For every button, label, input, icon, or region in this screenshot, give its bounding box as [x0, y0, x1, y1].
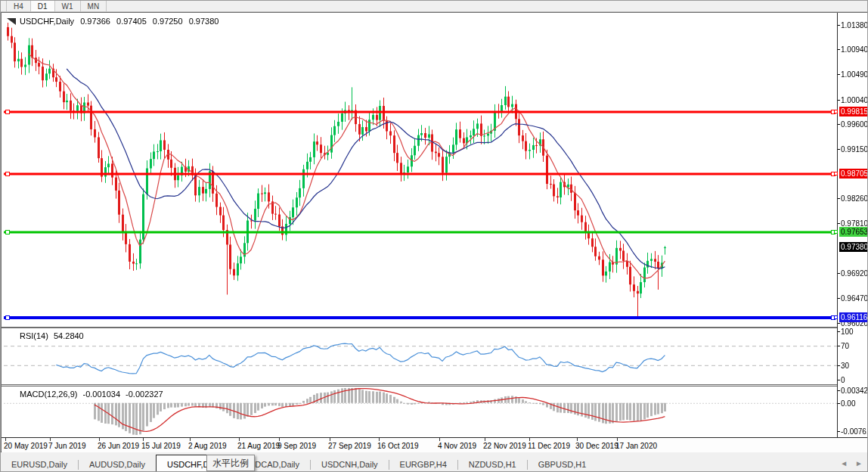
symbol-tab-eurgbp[interactable]: EURGBP,H4: [389, 456, 457, 472]
date-tick-label: 22 Nov 2019: [483, 442, 526, 450]
time-axis-tickmark: [50, 438, 51, 441]
tab-scroll-nav: ◄ ►: [840, 459, 863, 467]
price-axis-tickmark: [838, 323, 840, 324]
date-tick-label: 11 Dec 2019: [528, 442, 570, 450]
price-tick-label: 1.00490: [841, 70, 868, 79]
time-axis-tickmark: [143, 438, 144, 441]
price-axis[interactable]: 1.013801.009401.004901.000400.996000.991…: [838, 13, 868, 452]
macd-label: MACD(12,26,9) -0.001034 -0.002327: [20, 390, 166, 399]
timeframe-tab-mn[interactable]: MN: [81, 1, 107, 11]
symbol-tab-eurusd[interactable]: EURUSD,Daily: [1, 456, 78, 472]
symbol-tab-nzdusd[interactable]: NZDUSD,H1: [458, 456, 527, 472]
date-tick-label: 21 Aug 2019: [237, 442, 280, 450]
date-tick-label: 26 Jun 2019: [98, 442, 139, 450]
chart-open-value: 0.97366: [80, 17, 110, 26]
date-tick-label: 15 Jul 2019: [141, 442, 181, 450]
date-tick-label: 2 Aug 2019: [188, 442, 227, 450]
hline-price-label: 0.97380: [839, 242, 868, 252]
chart-area: 1.013801.009401.004901.000400.996000.991…: [1, 12, 868, 452]
symbol-tab-audusd[interactable]: AUDUSD,Daily: [79, 456, 156, 472]
tab-scroll-right-icon[interactable]: ►: [855, 459, 863, 467]
hline-drag-handle[interactable]: [834, 172, 838, 175]
rsi-label: RSI(14) 54.2840: [20, 331, 87, 340]
timeframe-tab-d1[interactable]: D1: [31, 1, 55, 11]
chart-title: USDCHF,Daily 0.97366 0.97405 0.97250 0.9…: [20, 17, 222, 26]
hline-price-label: 0.96116: [839, 312, 868, 322]
price-axis-tickmark: [838, 403, 840, 404]
time-axis-tickmark: [577, 438, 578, 441]
price-tick-label: 1.01380: [841, 21, 868, 30]
hline-drag-handle[interactable]: [834, 315, 838, 319]
chart-symbol-label: USDCHF,Daily: [20, 17, 74, 26]
time-axis-tickmark: [5, 438, 6, 441]
time-axis-tickmark: [485, 438, 485, 441]
date-tick-label: 9 Sep 2019: [277, 442, 316, 450]
rsi-value: 54.2840: [54, 331, 84, 340]
chart-high-value: 0.97405: [116, 17, 147, 26]
date-tick-label: 7 Jun 2019: [48, 442, 86, 450]
time-axis-tickmark: [379, 438, 380, 441]
timeframe-tab-h4[interactable]: H4: [6, 1, 31, 11]
price-tick-label: 100: [841, 328, 854, 336]
mt4-window: H4D1W1MN 1.013801.009401.004901.000400.9…: [0, 0, 868, 472]
date-tick-label: 17 Jan 2020: [615, 442, 657, 450]
rsi-indicator-canvas[interactable]: [4, 328, 837, 384]
price-axis-tickmark: [838, 100, 840, 101]
macd-title: MACD(12,26,9): [20, 390, 77, 399]
tab-scroll-left-icon[interactable]: ◄: [840, 459, 848, 467]
price-axis-tickmark: [838, 74, 840, 75]
time-axis-tickmark: [279, 438, 280, 441]
time-axis-tickmark: [617, 438, 618, 441]
price-axis-tickmark: [838, 124, 840, 125]
date-tick-label: 16 Oct 2019: [377, 442, 418, 450]
price-axis-tickmark: [838, 198, 840, 199]
date-tick-label: 4 Nov 2019: [438, 442, 476, 450]
symbol-tab-bar: EURUSD,DailyAUDUSD,DailyUSDCHF,DailyUSDC…: [1, 453, 868, 472]
price-tick-label: 0.003428: [841, 387, 868, 395]
price-axis-tickmark: [838, 25, 840, 26]
date-tick-label: 30 Dec 2019: [575, 442, 618, 450]
time-axis-tickmark: [239, 438, 240, 441]
price-axis-tickmark: [838, 331, 840, 332]
hline-drag-handle[interactable]: [834, 110, 838, 113]
tooltip: 水平比例: [206, 455, 255, 471]
price-tick-label: 0.00: [841, 399, 855, 408]
main-price-chart-canvas[interactable]: [4, 14, 837, 327]
timeframe-tab-w1[interactable]: W1: [55, 1, 81, 11]
hline-price-label: 0.99815: [839, 107, 868, 116]
price-axis-tickmark: [838, 298, 840, 299]
time-axis-tickmark: [330, 438, 330, 441]
price-tick-label: 0: [841, 376, 845, 384]
chart-shift-arrow-icon[interactable]: [7, 18, 16, 25]
price-tick-label: 70: [841, 342, 849, 350]
price-axis-tickmark: [838, 149, 840, 150]
price-tick-label: 0.96920: [841, 269, 868, 278]
price-axis-tickmark: [838, 390, 840, 391]
timeframe-toolbar: H4D1W1MN: [1, 1, 868, 12]
price-tick-label: 0.98260: [841, 194, 868, 203]
price-tick-label: 1.00040: [841, 96, 868, 104]
price-tick-label: 0.99150: [841, 145, 868, 154]
price-axis-tickmark: [838, 346, 840, 346]
date-tick-label: 20 May 2019: [4, 442, 48, 450]
rsi-title: RSI(14): [20, 331, 48, 340]
chart-low-value: 0.97250: [153, 17, 183, 26]
price-tick-label: 1.00940: [841, 45, 868, 54]
hline-drag-handle[interactable]: [834, 230, 838, 234]
price-tick-label: 30: [841, 362, 849, 370]
time-axis-tickmark: [99, 438, 100, 441]
hline-price-label: 0.98705: [839, 169, 868, 179]
time-axis[interactable]: 20 May 20197 Jun 201926 Jun 201915 Jul 2…: [2, 437, 868, 452]
macd-value: -0.001034: [82, 390, 120, 399]
macd-signal-value: -0.002327: [126, 390, 163, 399]
time-axis-tickmark: [190, 438, 191, 441]
symbol-tab-gbpusd[interactable]: GBPUSD,H1: [528, 456, 597, 472]
hline-price-label: 0.97653: [839, 227, 868, 237]
price-tick-label: -0.007615: [841, 427, 868, 436]
price-axis-tickmark: [838, 365, 840, 366]
symbol-tab-usdcnh[interactable]: USDCNH,Daily: [311, 456, 389, 472]
date-tick-label: 27 Sep 2019: [328, 442, 371, 450]
price-axis-tickmark: [838, 273, 840, 274]
price-axis-tickmark: [838, 49, 840, 50]
chart-close-value: 0.97380: [189, 17, 219, 26]
